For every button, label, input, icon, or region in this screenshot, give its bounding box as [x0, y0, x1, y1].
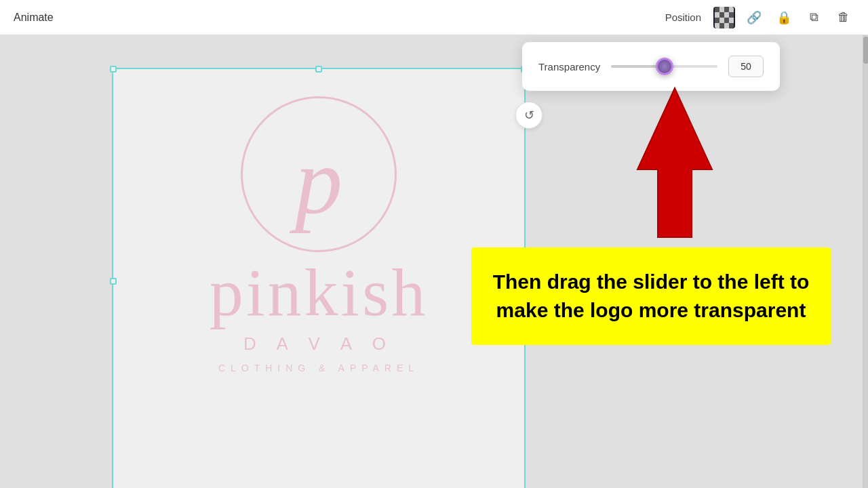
delete-icon[interactable]: 🗑 [833, 7, 854, 28]
checker-icon[interactable] [713, 7, 735, 28]
animate-button[interactable]: Animate [14, 12, 54, 24]
logo-brand-name: pinkish [210, 259, 428, 327]
logo-circle: p [241, 96, 397, 252]
logo-sub: CLOTHING & APPAREL [218, 363, 419, 373]
callout-text: Then drag the slider to the left to make… [492, 268, 810, 325]
svg-marker-0 [637, 88, 712, 237]
reset-button[interactable]: ↺ [515, 102, 542, 129]
logo-letter: p [295, 134, 342, 228]
slider-thumb[interactable] [656, 58, 673, 75]
callout-box: Then drag the slider to the left to make… [471, 247, 831, 345]
scrollbar-thumb[interactable] [863, 37, 868, 64]
logo-container: p pinkish D A V A O CLOTHING & APPAREL [113, 69, 524, 373]
transparency-value[interactable]: 50 [728, 56, 764, 77]
red-arrow [631, 81, 719, 244]
toolbar: Animate Position [0, 0, 868, 35]
link-icon[interactable]: 🔗 [743, 7, 765, 28]
toolbar-right: Position 🔗 🔒 [665, 7, 854, 28]
duplicate-icon[interactable]: ⧉ [803, 7, 825, 28]
logo-city: D A V A O [243, 333, 394, 354]
lock-icon[interactable]: 🔒 [773, 7, 795, 28]
transparency-label: Transparency [538, 61, 600, 73]
transparency-slider[interactable] [611, 65, 717, 68]
design-canvas: p pinkish D A V A O CLOTHING & APPAREL [112, 68, 526, 488]
position-label: Position [665, 12, 701, 23]
scrollbar[interactable] [863, 35, 868, 488]
